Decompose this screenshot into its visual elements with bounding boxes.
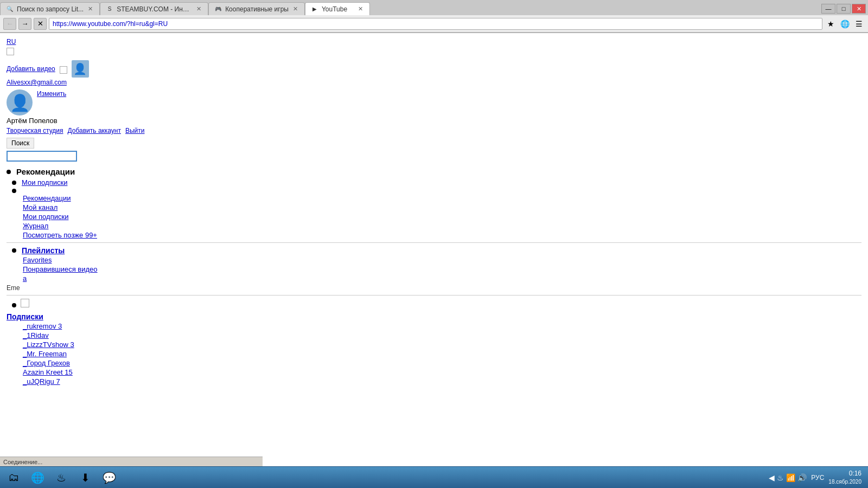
sub-link-gorod[interactable]: _Город Грехов: [23, 359, 70, 367]
tab-close-search[interactable]: ✕: [87, 5, 94, 13]
search-button[interactable]: Поиск: [7, 138, 34, 149]
bullet-dot-playlists: [12, 248, 16, 253]
minimize-button[interactable]: —: [821, 4, 835, 14]
add-video-link[interactable]: Добавить видео: [7, 65, 55, 73]
sub-link-ujqrigu[interactable]: _uJQRigu 7: [23, 377, 60, 386]
address-bar-icons: ★ 🌐 ☰: [825, 18, 865, 30]
search-section: Поиск: [7, 138, 861, 162]
status-text: Соединение...: [3, 459, 42, 465]
back-button[interactable]: ←: [3, 18, 16, 30]
reload-button[interactable]: ✕: [34, 18, 47, 30]
tray-network-icon[interactable]: 📶: [786, 473, 795, 482]
close-button[interactable]: ✕: [852, 4, 866, 14]
taskbar-torrent[interactable]: ⬇: [74, 469, 97, 486]
file-explorer-icon: 🗂: [5, 470, 22, 486]
sub-item-ujqrigu: _uJQRigu 7: [23, 377, 861, 386]
bullet-dot-square: [12, 303, 16, 307]
tray-steam-icon[interactable]: ♨: [777, 473, 784, 482]
taskbar-steam[interactable]: ♨: [50, 469, 73, 486]
tab-close-coop[interactable]: ✕: [292, 5, 299, 13]
tab-steam[interactable]: S STEAMBUY.COM - Инте... ✕: [100, 2, 208, 15]
sub-item-gorod: _Город Грехов: [23, 359, 861, 367]
steam-taskbar-icon: ♨: [53, 470, 69, 486]
playlist-link-favorites[interactable]: Favorites: [23, 256, 52, 264]
taskbar-skype[interactable]: 💬: [98, 469, 120, 486]
subscriptions-list: _rukremov 3 _1Ridav _LizzzTVshow 3 _Mr. …: [23, 322, 861, 386]
sub-item-azazin: Azazin Kreet 15: [23, 368, 861, 376]
tray-arrow-icon[interactable]: ◀: [769, 473, 775, 482]
sub-link-my-channel[interactable]: Мой канал: [23, 203, 58, 211]
tab-youtube[interactable]: ▶ YouTube ✕: [305, 2, 370, 15]
nav-list: Рекомендации Мои подписки Рекомендации М…: [7, 167, 861, 386]
sub-item-journal: Журнал: [23, 222, 861, 230]
nav-subscriptions-item: Подписки _rukremov 3 _1Ridav _LizzzTVsho…: [7, 312, 861, 386]
playlist-item-favorites: Favorites: [23, 256, 861, 264]
sub-link-lizzz[interactable]: _LizzzTVshow 3: [23, 341, 74, 349]
header-row: Добавить видео 👤: [7, 60, 861, 78]
taskbar: 🗂 🌐 ♨ ⬇ 💬 ◀ ♨ 📶 🔊 РУС 0:16 18.сябр.2020: [0, 466, 868, 488]
my-subscriptions-link[interactable]: Мои подписки: [22, 178, 67, 187]
change-link[interactable]: Изменить: [37, 90, 66, 98]
sub-link-recommendations[interactable]: Рекомендации: [23, 194, 71, 202]
search-input[interactable]: [7, 151, 77, 162]
sub-link-watch-later[interactable]: Посмотреть позже 99+: [23, 231, 97, 239]
creative-studio-link[interactable]: Творческая студия: [7, 127, 63, 134]
user-section: 👤 Изменить: [7, 89, 861, 115]
chrome-icon[interactable]: 🌐: [839, 18, 851, 30]
sub-item-my-subs: Мои подписки: [23, 213, 861, 221]
nav-recommendations-item: Рекомендации: [7, 167, 861, 176]
forward-button[interactable]: →: [18, 18, 31, 30]
tab-close-steam[interactable]: ✕: [195, 5, 202, 13]
sub-item-watch-later: Посмотреть позже 99+: [23, 231, 861, 239]
lang-checkbox[interactable]: [7, 48, 14, 55]
tab-search[interactable]: 🔍 Поиск по запросу Lit... ✕: [0, 2, 100, 15]
playlist-item-liked: Понравившиеся видео: [23, 265, 861, 273]
sub-link-mrfreeman[interactable]: _Mr. Freeman: [23, 350, 67, 358]
playlist-link-liked[interactable]: Понравившиеся видео: [23, 265, 98, 273]
recommendations-label: Рекомендации: [16, 167, 75, 176]
user-info: Изменить: [37, 89, 66, 98]
tray-volume-icon[interactable]: 🔊: [797, 473, 807, 482]
logout-link[interactable]: Выйти: [125, 127, 145, 134]
sub-link-1ridav[interactable]: _1Ridav: [23, 331, 49, 339]
sub-item-1ridav: _1Ridav: [23, 331, 861, 339]
language-selector[interactable]: RU: [7, 37, 861, 46]
tab-favicon-youtube: ▶: [311, 5, 318, 13]
nav-square-item: [7, 299, 861, 309]
tab-coop[interactable]: 🎮 Кооперативные игры ✕: [208, 2, 305, 15]
playlists-heading[interactable]: Плейлисты: [22, 246, 65, 255]
taskbar-file-explorer[interactable]: 🗂: [2, 469, 25, 486]
add-video-checkbox[interactable]: [60, 66, 67, 74]
small-square[interactable]: [21, 299, 29, 307]
add-account-link[interactable]: Добавить аккаунт: [68, 127, 121, 134]
sub-item-rukremov: _rukremov 3: [23, 322, 861, 330]
menu-icon[interactable]: ☰: [853, 18, 865, 30]
bullet-dot-subs: [12, 181, 16, 185]
taskbar-chrome[interactable]: 🌐: [26, 469, 49, 486]
email-link[interactable]: Alivesxx@gmail.com: [7, 79, 861, 86]
sub-link-azazin[interactable]: Azazin Kreet 15: [23, 368, 73, 376]
playlist-link-a[interactable]: а: [23, 274, 27, 282]
bookmark-icon[interactable]: ★: [825, 18, 837, 30]
tab-favicon-coop: 🎮: [214, 5, 222, 13]
tab-bar: 🔍 Поиск по запросу Lit... ✕ S STEAMBUY.C…: [0, 0, 868, 15]
maximize-button[interactable]: □: [837, 4, 851, 14]
sub-item-mrfreeman: _Mr. Freeman: [23, 350, 861, 358]
tab-title-coop: Кооперативные игры: [225, 5, 289, 13]
tray-lang[interactable]: РУС: [811, 474, 824, 481]
playlist-item-a: а: [23, 274, 861, 282]
sub-link-rukremov[interactable]: _rukremov 3: [23, 322, 62, 330]
url-input[interactable]: [49, 18, 822, 30]
address-bar: ← → ✕ ★ 🌐 ☰: [0, 15, 868, 33]
sub-item-recommendations: Рекомендации: [23, 194, 861, 202]
chrome-taskbar-icon: 🌐: [29, 470, 46, 486]
subscriptions-heading[interactable]: Подписки: [7, 312, 43, 321]
sub-link-journal[interactable]: Журнал: [23, 222, 48, 230]
taskbar-right: ◀ ♨ 📶 🔊 РУС 0:16 18.сябр.2020: [769, 470, 866, 485]
tab-close-youtube[interactable]: ✕: [357, 5, 364, 13]
user-avatar-large: 👤: [7, 89, 33, 115]
skype-taskbar-icon: 💬: [101, 470, 117, 486]
sub-link-my-subs[interactable]: Мои подписки: [23, 213, 68, 221]
user-name: Артём Попелов: [7, 117, 861, 125]
nav-playlists-item: Плейлисты Favorites Понравившиеся видео …: [7, 246, 861, 296]
